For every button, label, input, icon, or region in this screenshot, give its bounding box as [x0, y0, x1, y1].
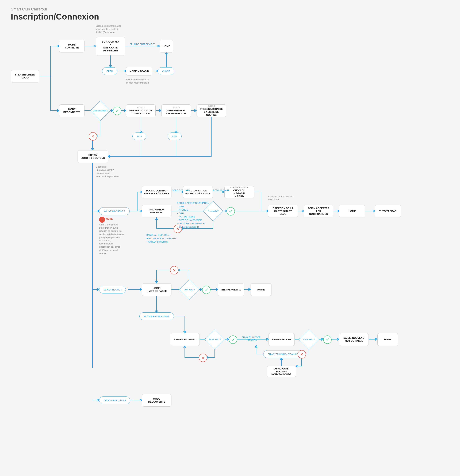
page-subtitle: Smart Club Carrefour — [11, 7, 99, 11]
pill-decouvrir-appli: DÉCOUVRIR L'APPLI — [99, 397, 130, 404]
pill-mdp-oublie: MOT DE PASSE OUBLIÉ — [139, 313, 174, 320]
annot-bandeau: BANDEAU SUPÉRIEUR AVEC MESSAGE D'ERREUR … — [146, 233, 192, 244]
page-title: Inscription/Connexion — [11, 12, 99, 21]
node-mode-decouverte: MODE DÉCOUVERTE — [142, 394, 171, 407]
node-login-mdp: LOGIN + MOT DE PASSE — [142, 283, 171, 296]
pill-nouveau-client: NOUVEAU CLIENT ? — [99, 207, 130, 215]
node-home-4: HOME — [377, 333, 398, 346]
node-social-connect: SOCIAL CONNECT FACEBOOK/GOOGLE — [142, 186, 171, 198]
pill-open: OPEN — [102, 67, 117, 75]
annot-formulaire: FORMULAIRE D'INSCRIPTION : - NOM - PRÉNO… — [177, 201, 222, 229]
info-icon: ! — [99, 217, 105, 223]
label-delai-chargement: DÉLAI DE CHARGEMENT — [130, 43, 155, 45]
node-ecran-3boutons: ECRAN LOGO + 3 BOUTONS — [77, 150, 108, 163]
node-autorisation: AUTORISATION FACEBOOK/GOOGLE — [183, 186, 213, 198]
cross-icon — [170, 266, 178, 274]
check-icon — [229, 335, 237, 344]
diamond-code-valid: Code valid ? — [299, 329, 319, 349]
pill-close: CLOSE — [158, 67, 174, 75]
node-popin-notif: POPIN ACCEPTER LES NOTIFICATIONS — [304, 205, 333, 217]
node-choix-magasin: 2 CHAMPS À SAISIRCHOIX DU MAGASIN + RGPD — [225, 186, 254, 198]
node-mode-magasin: MODE MAGASIN — [126, 67, 152, 76]
check-icon — [113, 107, 121, 115]
annot-trois-boutons: 3 boutons : - nouveau client ? - se conn… — [96, 165, 138, 178]
pill-skip1: SKIP — [133, 133, 146, 140]
label-retour-inapp: RETOUR IN-APP — [213, 189, 229, 192]
check-icon — [202, 286, 210, 294]
node-slide3: SLIDE 3PRESENTATION DE LA LISTE DE COURS… — [197, 104, 226, 117]
annot-animation-carte: Animation sur la création de la carte — [268, 195, 307, 201]
node-bonjour: BONJOUR M X + MINI CARTE DE FIDÉLITÉ — [96, 37, 125, 55]
note-title: NOTE — [106, 217, 113, 220]
annot-note: Ajout d'une phrase d'information sur la … — [99, 223, 134, 255]
node-splashscreen: SPLASHSCREEN (LOGO) — [11, 70, 39, 83]
node-mode-connecte: MODE CONNECTÉ — [59, 40, 84, 52]
node-slide1: SLIDE 1PRESENTATION DE L'APPLICATION — [126, 104, 156, 117]
node-creation-carte: CRÉATION DE LA CARTE SMART CLUB — [268, 205, 298, 217]
annot-ecran-bienvenue: Écran de bienvenue avec affichage de la … — [96, 25, 131, 34]
node-saisie-code: SAISIE DU CODE — [268, 333, 295, 346]
diamond-user-valid: User valid ? — [179, 280, 199, 300]
cross-icon — [89, 132, 97, 141]
annot-voir-details: Voir les détails dans la section Mode Ma… — [126, 78, 161, 84]
title-block: Smart Club Carrefour Inscription/Connexi… — [11, 7, 99, 21]
pill-se-connecter: SE CONNECTER — [99, 286, 126, 293]
node-inscription-email: INSCRIPTION PAR EMAIL — [142, 205, 171, 217]
node-saisie-nouveau-mdp: SAISIE NOUVEAU MOT DE PASSE — [339, 333, 369, 346]
pill-skip2: SKIP — [168, 133, 182, 140]
node-home-3: HOME — [251, 283, 271, 296]
node-tuto-tabbar: TUTO TABBAR — [375, 205, 401, 217]
node-slide2: SLIDE 2PRESENTATION DU SMARTCLUB — [161, 104, 191, 117]
check-icon — [323, 335, 332, 344]
node-bienvenue: BIENVENUE M X — [218, 283, 244, 296]
cross-icon — [298, 350, 306, 358]
flowchart-canvas: Smart Club Carrefour Inscription/Connexi… — [0, 0, 460, 476]
label-sortie-app: SORTIE DE L'APP — [172, 189, 190, 192]
cross-icon — [199, 354, 207, 362]
node-mode-deconnecte: MODE DÉCONNECTÉ — [59, 104, 84, 117]
node-home-2: HOME — [339, 205, 365, 217]
label-envoi-code: ENVOI D'UN CODE PAR EMAIL — [242, 336, 260, 341]
diamond-email-valid: Email valid ? — [205, 329, 225, 349]
diamond-premiere-ouverture: 1ère ouverture ? — [90, 101, 110, 121]
node-home-1: HOME — [160, 40, 173, 52]
node-affichage-bouton: AFFICHAGE BOUTON NOUVEAU CODE — [267, 366, 296, 377]
node-saisie-email: SAISIE DE L'EMAIL — [170, 333, 200, 346]
check-icon — [226, 207, 235, 215]
connectors — [0, 0, 460, 476]
